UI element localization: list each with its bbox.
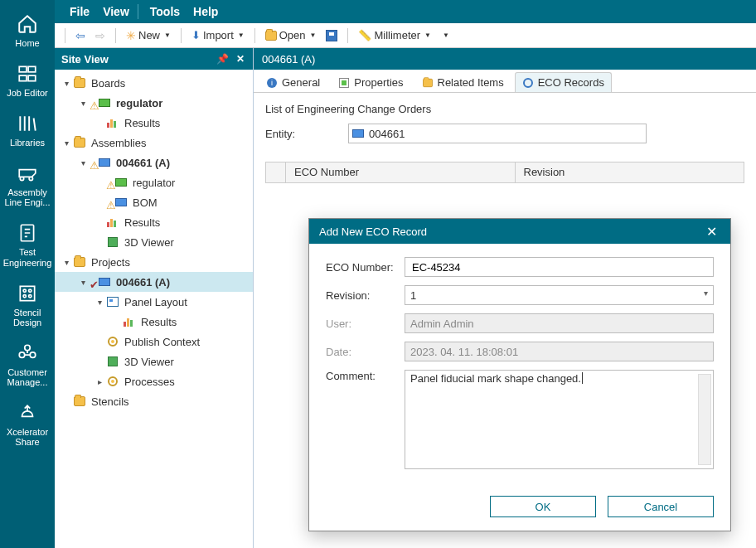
revision-label: Revision: xyxy=(326,289,405,302)
rail-xcelerator-share[interactable]: Xcelerator Share xyxy=(2,397,52,453)
rail-test-engineering[interactable]: Test Engineering xyxy=(2,217,52,274)
entity-value: 004661 xyxy=(369,128,405,140)
add-eco-modal: Add New ECO Record ✕ ECO Number: Revisio… xyxy=(308,218,731,531)
expand-toggle[interactable]: ▾ xyxy=(78,278,88,287)
cancel-button[interactable]: Cancel xyxy=(608,496,714,517)
chip-blue-icon xyxy=(98,156,111,169)
rail-libraries[interactable]: Libraries xyxy=(2,108,52,154)
eco-number-field[interactable] xyxy=(405,257,714,277)
modal-title: Add New ECO Record xyxy=(319,226,427,238)
tree-node[interactable]: ▸Processes xyxy=(55,371,253,391)
tab-bar: iGeneralPropertiesRelated ItemsECO Recor… xyxy=(254,70,756,93)
date-label: Date: xyxy=(326,346,405,358)
tree-label: Publish Context xyxy=(124,336,200,348)
tree-node[interactable]: ⚠BOM xyxy=(55,192,253,212)
folder-icon xyxy=(73,395,86,408)
svg-rect-2 xyxy=(19,75,27,81)
svg-point-6 xyxy=(23,289,26,292)
expand-toggle[interactable]: ▾ xyxy=(94,298,104,307)
menu-help[interactable]: Help xyxy=(187,5,225,18)
pin-icon[interactable]: 📌 xyxy=(216,53,228,65)
expand-toggle[interactable]: ▸ xyxy=(94,377,104,386)
site-view-panel: Site View 📌 ✕ ▾Boards▾⚠regulatorResults▾… xyxy=(55,48,254,548)
tab-related-items[interactable]: Related Items xyxy=(414,72,511,92)
svg-rect-0 xyxy=(19,66,27,72)
save-button[interactable] xyxy=(322,28,341,43)
warning-icon: ⚠ xyxy=(90,159,96,166)
expand-toggle[interactable]: ▾ xyxy=(61,258,71,267)
svg-point-11 xyxy=(19,352,25,358)
tree-node[interactable]: ▾⚠004661 (A) xyxy=(55,153,253,172)
tree-node[interactable]: ▾Projects xyxy=(55,252,253,272)
nav-back-button[interactable]: ⇦ xyxy=(72,28,89,43)
menu-bar: File View Tools Help xyxy=(55,0,756,23)
grid-col-revision[interactable]: Revision xyxy=(516,162,744,182)
rail-stencil-design[interactable]: Stencil Design xyxy=(2,278,52,334)
grid-col-selector[interactable] xyxy=(266,162,286,182)
ok-button[interactable]: OK xyxy=(490,496,596,517)
tree-node[interactable]: ⚠regulator xyxy=(55,172,253,192)
tree-node[interactable]: ▾Assemblies xyxy=(55,133,253,153)
expand-toggle[interactable]: ▾ xyxy=(61,79,71,88)
tree-label: 3D Viewer xyxy=(124,236,174,249)
tree-label: 004661 (A) xyxy=(116,157,170,169)
tree-node[interactable]: ▾⚠regulator xyxy=(55,93,253,113)
import-button[interactable]: ⬇ Import▼ xyxy=(188,27,248,43)
tree-node[interactable]: ▾Boards xyxy=(55,73,253,93)
expand-toggle[interactable]: ▾ xyxy=(61,138,71,148)
tab-eco-records[interactable]: ECO Records xyxy=(515,72,612,92)
main-toolbar: ⇦ ⇨ ✳ New▼ ⬇ Import▼ Open▼ 📏 Millimeter▼… xyxy=(55,23,756,48)
check-icon: ✔ xyxy=(90,279,96,285)
tree-node[interactable]: 3D Viewer xyxy=(55,352,253,371)
rail-assembly-line[interactable]: Assembly Line Engi... xyxy=(2,158,52,214)
units-extra[interactable]: ▼ xyxy=(438,30,453,41)
tree-node[interactable]: ▾✔004661 (A) xyxy=(55,272,253,292)
props-icon xyxy=(338,77,350,89)
proc-icon xyxy=(106,335,119,348)
svg-point-10 xyxy=(25,345,31,351)
tree-label: 3D Viewer xyxy=(124,356,174,368)
folder-icon xyxy=(73,136,86,149)
menu-tools[interactable]: Tools xyxy=(143,5,187,18)
rail-job-editor[interactable]: Job Editor xyxy=(2,58,52,104)
svg-point-12 xyxy=(30,352,36,358)
svg-point-9 xyxy=(29,294,32,297)
tree-label: 004661 (A) xyxy=(116,276,170,289)
folder-icon xyxy=(73,255,86,269)
tree-node[interactable]: ▾Panel Layout xyxy=(55,292,253,312)
open-button[interactable]: Open▼ xyxy=(262,27,320,43)
rail-customer-manage[interactable]: Customer Manage... xyxy=(2,337,52,394)
tree-node[interactable]: Stencils xyxy=(55,391,253,411)
units-selector[interactable]: 📏 Millimeter▼ xyxy=(355,27,434,43)
modal-close-icon[interactable]: ✕ xyxy=(703,224,720,240)
tab-label: ECO Records xyxy=(538,76,604,89)
new-button[interactable]: ✳ New▼ xyxy=(123,27,174,44)
tree-node[interactable]: Publish Context xyxy=(55,332,253,352)
revision-select[interactable]: 1 xyxy=(405,285,714,305)
svg-rect-5 xyxy=(20,286,34,300)
expand-toggle[interactable]: ▾ xyxy=(78,99,88,108)
grid-col-eco-number[interactable]: ECO Number xyxy=(286,162,516,182)
tab-properties[interactable]: Properties xyxy=(331,72,410,92)
tree-node[interactable]: Results xyxy=(55,212,253,232)
comment-field[interactable]: Panel fiducial mark shape changed. xyxy=(405,370,714,469)
tree-node[interactable]: 3D Viewer xyxy=(55,232,253,252)
menu-view[interactable]: View xyxy=(96,5,136,18)
tree-node[interactable]: Results xyxy=(55,312,253,332)
rail-home[interactable]: Home xyxy=(2,8,52,55)
tab-general[interactable]: iGeneral xyxy=(259,72,327,92)
modal-header[interactable]: Add New ECO Record ✕ xyxy=(309,219,730,244)
expand-toggle[interactable]: ▾ xyxy=(78,158,88,167)
tree-label: Panel Layout xyxy=(124,296,187,308)
close-icon[interactable]: ✕ xyxy=(235,53,246,65)
site-view-tree: ▾Boards▾⚠regulatorResults▾Assemblies▾⚠00… xyxy=(55,70,253,548)
tree-node[interactable]: Results xyxy=(55,113,253,133)
eco-number-input[interactable] xyxy=(410,260,708,274)
svg-point-8 xyxy=(23,294,26,297)
info-icon: i xyxy=(266,77,278,89)
nav-forward-button[interactable]: ⇨ xyxy=(92,28,109,43)
entity-field[interactable]: 004661 xyxy=(348,124,647,143)
rail-label: Home xyxy=(15,38,39,48)
menu-file[interactable]: File xyxy=(63,5,96,18)
date-field: 2023. 04. 11. 18:08:01 xyxy=(405,342,714,361)
